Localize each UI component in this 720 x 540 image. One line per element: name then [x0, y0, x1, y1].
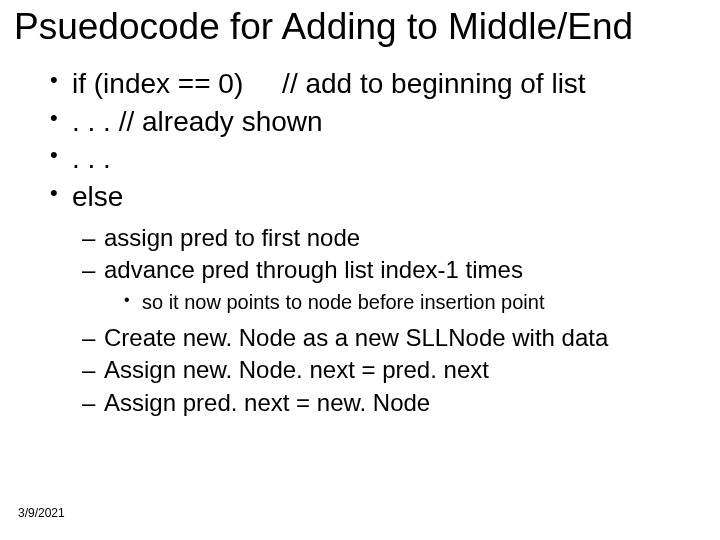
bullet-l1-item: . . .	[50, 140, 706, 178]
bullet-l1-item: else	[50, 178, 706, 216]
slide: Psuedocode for Adding to Middle/End if (…	[0, 0, 720, 540]
bullet-text: if (index == 0)	[72, 68, 243, 99]
bullet-list-level1: if (index == 0) // add to beginning of l…	[50, 65, 706, 216]
bullet-l2-item: Assign new. Node. next = pred. next	[82, 354, 706, 386]
bullet-l1-item: . . . // already shown	[50, 103, 706, 141]
bullet-l2-item: Create new. Node as a new SLLNode with d…	[82, 322, 706, 354]
bullet-list-level2: assign pred to first node advance pred t…	[82, 222, 706, 287]
bullet-list-level2: Create new. Node as a new SLLNode with d…	[82, 322, 706, 419]
bullet-l2-item: assign pred to first node	[82, 222, 706, 254]
bullet-text: assign pred to first node	[104, 224, 360, 251]
footer-date: 3/9/2021	[18, 506, 65, 520]
bullet-comment: // add to beginning of list	[282, 68, 586, 99]
bullet-text: so it now points to node before insertio…	[142, 291, 544, 313]
bullet-text: Create new. Node as a new SLLNode with d…	[104, 324, 608, 351]
bullet-l2-item: Assign pred. next = new. Node	[82, 387, 706, 419]
bullet-list-level3: so it now points to node before insertio…	[124, 289, 706, 316]
bullet-text: . . . // already shown	[72, 106, 323, 137]
bullet-l1-item: if (index == 0) // add to beginning of l…	[50, 65, 706, 103]
bullet-l2-item: advance pred through list index-1 times	[82, 254, 706, 286]
bullet-text: . . .	[72, 143, 111, 174]
spacer	[243, 68, 282, 99]
bullet-text: Assign new. Node. next = pred. next	[104, 356, 489, 383]
slide-title: Psuedocode for Adding to Middle/End	[14, 8, 706, 47]
bullet-l3-item: so it now points to node before insertio…	[124, 289, 706, 316]
bullet-text: advance pred through list index-1 times	[104, 256, 523, 283]
bullet-text: else	[72, 181, 123, 212]
bullet-text: Assign pred. next = new. Node	[104, 389, 430, 416]
